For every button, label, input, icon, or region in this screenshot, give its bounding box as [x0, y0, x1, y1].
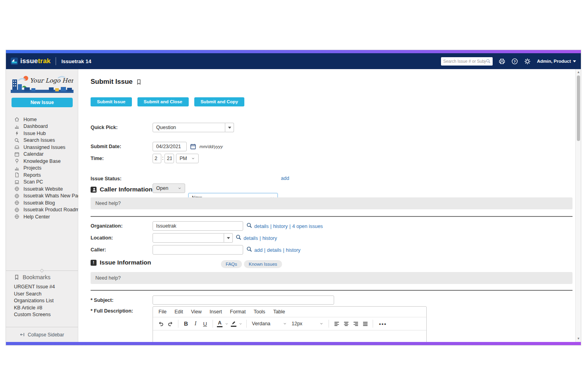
vertical-scrollbar[interactable]: ▲ ▼	[575, 69, 581, 342]
collapse-sidebar-button[interactable]: Collapse Sidebar	[6, 327, 78, 342]
more-tools-icon[interactable]: •••	[379, 321, 387, 327]
chevron-down-icon[interactable]	[239, 322, 242, 326]
align-left-icon[interactable]	[332, 319, 341, 328]
location-combo	[153, 233, 233, 243]
need-help-bar[interactable]: Need help?	[91, 272, 573, 284]
submit-date-input[interactable]	[153, 142, 187, 151]
sidebar-item-issue-hub[interactable]: Issue Hub	[6, 130, 78, 137]
caller-history-link[interactable]: history	[286, 247, 301, 253]
calendar-picker-icon[interactable]	[190, 143, 196, 150]
organization-open-issues-link[interactable]: 4 open issues	[292, 224, 323, 229]
new-issue-button[interactable]: New Issue	[12, 98, 73, 107]
sidebar-item-home[interactable]: Home	[6, 116, 78, 123]
sidebar-item-whats-new[interactable]: Issuetrak Whats New Page	[6, 193, 78, 200]
caller-details-link[interactable]: details	[267, 247, 281, 253]
location-history-link[interactable]: history	[262, 236, 277, 241]
bookmark-item[interactable]: User Search	[14, 291, 55, 298]
location-dropdown-button[interactable]	[224, 233, 233, 243]
organization-input[interactable]	[153, 221, 243, 231]
organization-lookup-icon[interactable]	[246, 222, 252, 228]
svg-text:Your Logo Here: Your Logo Here	[30, 77, 74, 84]
user-menu[interactable]: Admin, Product	[537, 59, 576, 64]
quick-pick-input[interactable]	[153, 123, 225, 132]
editor-menu-view[interactable]: View	[191, 309, 202, 315]
time-meridiem-select[interactable]: PM	[176, 154, 199, 163]
bookmark-item[interactable]: URGENT Issue #4	[14, 284, 55, 291]
date-format-hint: mm/dd/yyyy	[199, 144, 223, 149]
main-content: Submit Issue Submit Issue Submit and Clo…	[78, 69, 575, 342]
caller-add-link[interactable]: add	[254, 247, 263, 253]
sidebar-item-projects[interactable]: Projects	[6, 165, 78, 172]
editor-menu-table[interactable]: Table	[273, 309, 285, 315]
redo-icon[interactable]	[166, 319, 175, 328]
print-icon[interactable]	[499, 58, 505, 65]
organization-details-link[interactable]: details	[254, 224, 269, 229]
font-size-select[interactable]: 12px	[289, 321, 326, 326]
underline-button[interactable]: U	[200, 319, 210, 328]
align-right-icon[interactable]	[351, 319, 360, 328]
search-icon[interactable]	[486, 59, 491, 64]
need-help-bar[interactable]: Need help?	[91, 197, 573, 209]
undo-icon[interactable]	[156, 319, 166, 328]
caller-input[interactable]	[153, 245, 243, 255]
sidebar-item-knowledge-base[interactable]: Knowledge Base	[6, 158, 78, 165]
scroll-up-arrow[interactable]: ▲	[576, 70, 581, 75]
sidebar-item-product-roadmap[interactable]: Issuetrak Product Roadmap	[6, 207, 78, 214]
sidebar-item-dashboard[interactable]: Dashboard	[6, 123, 78, 130]
organization-label: Organization:	[91, 221, 123, 231]
known-issues-button[interactable]: Known Issues	[244, 260, 282, 268]
time-hour-input[interactable]	[153, 154, 161, 163]
sidebar-item-calendar[interactable]: Calendar	[6, 151, 78, 158]
location-lookup-icon[interactable]	[236, 234, 242, 240]
sidebar-item-reports[interactable]: Reports	[6, 172, 78, 179]
chevron-down-icon[interactable]	[225, 322, 228, 326]
issuetrak-logo[interactable]: issuetrak	[11, 57, 50, 65]
submit-issue-button[interactable]: Submit Issue	[91, 97, 132, 106]
subject-input[interactable]	[153, 295, 334, 305]
submit-and-close-button[interactable]: Submit and Close	[137, 97, 189, 106]
sidebar-item-search-issues[interactable]: Search Issues	[6, 137, 78, 144]
caller-lookup-icon[interactable]	[246, 246, 252, 252]
highlight-color-button[interactable]	[230, 321, 238, 327]
organization-history-link[interactable]: history	[273, 224, 288, 229]
bookmark-page-icon[interactable]	[136, 79, 142, 85]
editor-toolbar: B I U A Verdana 1	[153, 317, 426, 330]
align-justify-icon[interactable]	[360, 319, 370, 328]
font-family-select[interactable]: Verdana	[250, 321, 289, 326]
editor-menu-insert[interactable]: Insert	[210, 309, 222, 315]
bookmark-item[interactable]: Custom Screens	[14, 311, 55, 319]
location-details-link[interactable]: details	[244, 236, 258, 241]
text-color-button[interactable]: A	[216, 321, 224, 327]
scroll-down-arrow[interactable]: ▼	[576, 336, 581, 341]
bold-button[interactable]: B	[181, 319, 191, 328]
sidebar-item-unassigned-issues[interactable]: Unassigned Issues	[6, 144, 78, 151]
add-substatus-link[interactable]: add	[281, 176, 289, 181]
location-input[interactable]	[153, 233, 224, 243]
bookmark-item[interactable]: Organizations List	[14, 297, 55, 305]
divider-diamond[interactable]	[40, 269, 44, 273]
sidebar-item-label: Issuetrak Product Roadmap	[23, 207, 85, 212]
sidebar-item-blog[interactable]: Issuetrak Blog	[6, 199, 78, 207]
time-minute-input[interactable]	[164, 154, 174, 163]
sidebar-item-help-center[interactable]: Help Center	[6, 213, 78, 220]
gear-icon[interactable]	[524, 58, 531, 65]
submit-and-copy-button[interactable]: Submit and Copy	[194, 97, 245, 106]
sidebar-item-issuetrak-website[interactable]: Issuetrak Website	[6, 185, 78, 193]
inbox-icon	[14, 145, 19, 150]
sidebar-item-scan-pc[interactable]: Scan PC	[6, 179, 78, 186]
quick-pick-dropdown-button[interactable]	[225, 123, 234, 132]
sidebar-item-label: Issuetrak Blog	[23, 200, 55, 206]
align-center-icon[interactable]	[341, 319, 351, 328]
help-icon[interactable]	[511, 58, 518, 65]
editor-menu-tools[interactable]: Tools	[253, 309, 265, 315]
issue-status-select[interactable]: Open	[153, 183, 185, 193]
scrollbar-thumb[interactable]	[577, 75, 580, 141]
bookmark-item[interactable]: KB Article #8	[14, 305, 55, 312]
search-input[interactable]	[443, 59, 486, 64]
italic-button[interactable]: I	[191, 319, 200, 328]
editor-content-area[interactable]	[153, 330, 426, 342]
faqs-button[interactable]: FAQs	[221, 260, 242, 268]
editor-menu-file[interactable]: File	[159, 309, 166, 315]
editor-menu-format[interactable]: Format	[230, 309, 246, 315]
editor-menu-edit[interactable]: Edit	[174, 309, 183, 315]
